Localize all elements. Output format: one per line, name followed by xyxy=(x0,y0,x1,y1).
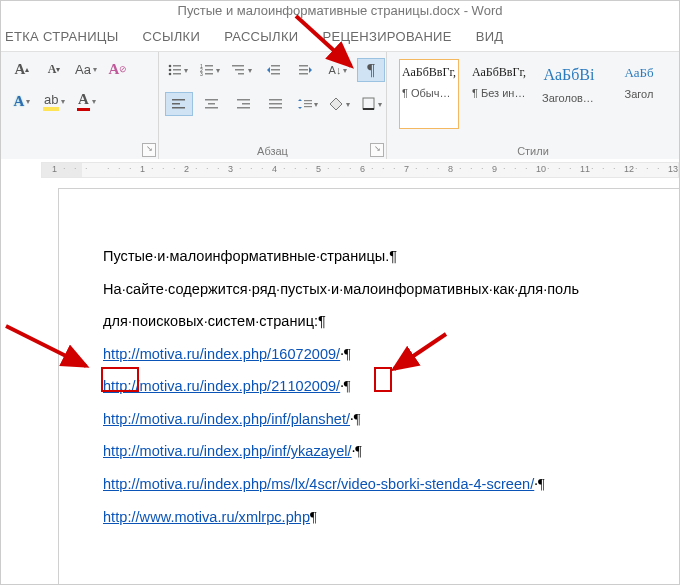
horizontal-ruler[interactable]: 1······1···2···3···4···5···6···7···8···9… xyxy=(1,159,679,179)
doc-link[interactable]: http://www.motiva.ru/xmlrpc.php xyxy=(103,509,310,525)
doc-para: http://motiva.ru/index.php/inf/ykazayel/… xyxy=(103,442,679,462)
sort-button[interactable]: A↓ xyxy=(325,59,351,81)
multilevel-icon xyxy=(232,63,246,77)
svg-rect-3 xyxy=(173,69,181,71)
tab-mailings[interactable]: РАССЫЛКИ xyxy=(224,29,298,44)
pilcrow-icon: ¶ xyxy=(367,60,375,80)
highlight-button[interactable]: ab xyxy=(41,90,67,112)
window-title: Пустые и малоинформативные страницы.docx… xyxy=(1,3,679,18)
doc-para: http://motiva.ru/index.php/21102009/·¶ xyxy=(103,377,679,397)
indent-icon xyxy=(299,63,313,77)
shading-button[interactable] xyxy=(327,93,353,115)
ribbon-tabs: ЕТКА СТРАНИЦЫ ССЫЛКИ РАССЫЛКИ РЕЦЕНЗИРОВ… xyxy=(1,29,679,44)
doc-para: http://motiva.ru/index.php/inf/planshet/… xyxy=(103,410,679,430)
doc-para: На·сайте·содержится·ряд·пустых·и·малоинф… xyxy=(103,280,679,300)
borders-button[interactable] xyxy=(359,93,385,115)
svg-rect-15 xyxy=(271,65,280,67)
doc-link[interactable]: http://motiva.ru/index.php/16072009/ xyxy=(103,346,340,362)
svg-rect-35 xyxy=(304,106,312,107)
svg-rect-26 xyxy=(205,107,218,109)
svg-rect-31 xyxy=(269,103,282,105)
font-dialog-launcher[interactable]: ↘ xyxy=(142,143,156,157)
numbering-button[interactable]: 123 xyxy=(197,59,223,81)
line-spacing-button[interactable] xyxy=(295,93,321,115)
svg-rect-24 xyxy=(205,99,218,101)
shrink-font-button[interactable]: A▾ xyxy=(41,58,67,80)
bullets-button[interactable] xyxy=(165,59,191,81)
svg-text:3: 3 xyxy=(200,71,203,77)
align-justify-button[interactable] xyxy=(263,93,289,115)
svg-rect-32 xyxy=(269,107,282,109)
style-normal[interactable]: АаБбВвГг, ¶ Обычный xyxy=(399,59,459,129)
svg-rect-22 xyxy=(172,103,180,105)
paragraph-dialog-launcher[interactable]: ↘ xyxy=(370,143,384,157)
svg-rect-20 xyxy=(299,73,308,75)
font-color-button[interactable]: A xyxy=(73,90,99,112)
doc-para: http://www.motiva.ru/xmlrpc.php¶ xyxy=(103,508,679,528)
clear-formatting-button[interactable]: A⊘ xyxy=(105,58,131,80)
svg-rect-18 xyxy=(299,65,308,67)
svg-rect-16 xyxy=(271,69,280,71)
svg-rect-7 xyxy=(205,65,213,67)
align-justify-icon xyxy=(269,98,283,110)
svg-rect-36 xyxy=(363,98,374,109)
sort-icon: A↓ xyxy=(329,64,342,76)
paragraph-group: 123 A↓ ¶ Абзац ↘ xyxy=(159,52,387,160)
styles-group: АаБбВвГг, ¶ Обычный АаБбВвГг, ¶ Без инт.… xyxy=(387,52,679,160)
align-right-icon xyxy=(237,98,251,110)
tab-references[interactable]: ССЫЛКИ xyxy=(143,29,201,44)
numbering-icon: 123 xyxy=(200,63,214,77)
change-case-button[interactable]: Aa xyxy=(73,58,99,80)
font-group: A▴ A▾ Aa A⊘ A ab A ↘ xyxy=(1,52,159,160)
tab-review[interactable]: РЕЦЕНЗИРОВАНИЕ xyxy=(322,29,451,44)
svg-rect-9 xyxy=(205,69,213,71)
svg-rect-1 xyxy=(173,65,181,67)
multilevel-list-button[interactable] xyxy=(229,59,255,81)
document-page[interactable]: Пустые·и·малоинформативные·страницы.¶ На… xyxy=(59,189,679,584)
doc-link[interactable]: http://motiva.ru/index.php/ms/lx/4scr/vi… xyxy=(103,476,534,492)
increase-indent-button[interactable] xyxy=(293,59,319,81)
svg-rect-5 xyxy=(173,73,181,75)
shading-icon xyxy=(330,97,344,111)
align-left-button[interactable] xyxy=(165,92,193,116)
tab-view[interactable]: ВИД xyxy=(476,29,504,44)
ribbon: A▴ A▾ Aa A⊘ A ab A ↘ 123 A↓ ¶ xyxy=(1,51,679,161)
svg-rect-23 xyxy=(172,107,185,109)
svg-rect-30 xyxy=(269,99,282,101)
svg-rect-13 xyxy=(235,69,244,71)
highlight-icon: ab xyxy=(43,92,59,111)
tab-page-layout[interactable]: ЕТКА СТРАНИЦЫ xyxy=(5,29,119,44)
styles-group-label: Стили xyxy=(387,145,679,157)
text-effects-button[interactable]: A xyxy=(9,90,35,112)
decrease-indent-button[interactable] xyxy=(261,59,287,81)
svg-rect-33 xyxy=(304,100,312,101)
borders-icon xyxy=(362,97,376,111)
align-center-button[interactable] xyxy=(199,93,225,115)
style-heading1[interactable]: АаБбВі Заголово... xyxy=(539,59,599,129)
align-right-button[interactable] xyxy=(231,93,257,115)
paragraph-group-label: Абзац xyxy=(159,145,386,157)
svg-rect-34 xyxy=(304,103,312,104)
doc-link[interactable]: http://motiva.ru/index.php/inf/planshet/ xyxy=(103,411,350,427)
svg-rect-14 xyxy=(238,73,244,75)
style-heading2[interactable]: АаБб Загол xyxy=(609,59,669,129)
show-hide-paragraph-button[interactable]: ¶ xyxy=(357,58,385,82)
svg-rect-21 xyxy=(172,99,185,101)
grow-font-button[interactable]: A▴ xyxy=(9,58,35,80)
bullets-icon xyxy=(168,63,182,77)
align-center-icon xyxy=(205,98,219,110)
doc-para: для·поисковых·систем·страниц:¶ xyxy=(103,312,679,332)
svg-rect-29 xyxy=(237,107,250,109)
style-no-spacing[interactable]: АаБбВвГг, ¶ Без инт... xyxy=(469,59,529,129)
doc-link[interactable]: http://motiva.ru/index.php/21102009/ xyxy=(103,378,340,394)
svg-point-2 xyxy=(169,69,172,72)
svg-rect-28 xyxy=(242,103,250,105)
doc-para: http://motiva.ru/index.php/ms/lx/4scr/vi… xyxy=(103,475,679,495)
svg-rect-25 xyxy=(208,103,215,105)
svg-point-0 xyxy=(169,65,172,68)
doc-link[interactable]: http://motiva.ru/index.php/inf/ykazayel/ xyxy=(103,443,352,459)
svg-point-4 xyxy=(169,73,172,76)
svg-rect-19 xyxy=(299,69,308,71)
doc-para: Пустые·и·малоинформативные·страницы.¶ xyxy=(103,247,679,267)
align-left-icon xyxy=(172,98,186,110)
